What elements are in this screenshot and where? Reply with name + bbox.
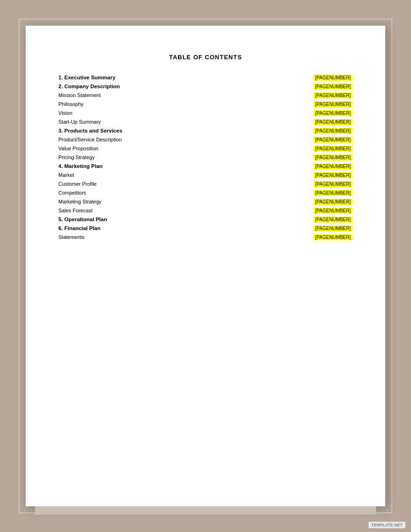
toc-row: Philosophy[PAGENUMBER] bbox=[58, 101, 353, 107]
toc-dots bbox=[186, 123, 311, 124]
toc-page-number: [PAGENUMBER] bbox=[313, 137, 353, 143]
toc-item-label: 5. Operational Plan bbox=[58, 217, 184, 222]
toc-item-label: Philosophy bbox=[58, 101, 184, 107]
toc-dots bbox=[186, 79, 311, 79]
toc-dots bbox=[186, 150, 311, 150]
toc-item-label: Marketing Strategy bbox=[58, 199, 184, 204]
toc-item-label: Value Proposition bbox=[58, 146, 184, 151]
toc-page-number: [PAGENUMBER] bbox=[313, 128, 353, 134]
toc-dots bbox=[186, 194, 311, 195]
toc-item-label: 3. Products and Services bbox=[58, 128, 184, 133]
toc-dots bbox=[186, 105, 311, 106]
page-bottom-shadow bbox=[35, 506, 376, 515]
document-page: TABLE OF CONTENTS 1. Executive Summary[P… bbox=[26, 26, 385, 506]
toc-dots bbox=[186, 221, 311, 221]
toc-page-number: [PAGENUMBER] bbox=[313, 181, 353, 187]
toc-item-label: Pricing Strategy bbox=[58, 154, 184, 160]
toc-page-number: [PAGENUMBER] bbox=[313, 110, 353, 116]
toc-row: Mission Statement[PAGENUMBER] bbox=[58, 92, 353, 98]
toc-row: Product/Service Description[PAGENUMBER] bbox=[58, 137, 353, 143]
toc-row: 1. Executive Summary[PAGENUMBER] bbox=[58, 75, 353, 81]
toc-row: 2. Company Description[PAGENUMBER] bbox=[58, 84, 353, 90]
toc-row: Marketing Strategy[PAGENUMBER] bbox=[58, 199, 353, 205]
toc-row: Sales Forecast[PAGENUMBER] bbox=[58, 208, 353, 214]
toc-page-number: [PAGENUMBER] bbox=[313, 172, 353, 178]
toc-dots bbox=[186, 238, 311, 239]
toc-item-label: Product/Service Description bbox=[58, 137, 184, 142]
toc-row: Market[PAGENUMBER] bbox=[58, 172, 353, 178]
toc-row: Vision[PAGENUMBER] bbox=[58, 110, 353, 116]
toc-dots bbox=[186, 141, 311, 141]
toc-dots bbox=[186, 97, 311, 97]
toc-dots bbox=[186, 230, 311, 230]
page-content: TABLE OF CONTENTS 1. Executive Summary[P… bbox=[26, 26, 385, 506]
toc-dots bbox=[186, 176, 311, 177]
toc-dots bbox=[186, 212, 311, 212]
toc-item-label: Market bbox=[58, 172, 184, 178]
toc-row: Value Proposition[PAGENUMBER] bbox=[58, 146, 353, 152]
toc-item-label: Statements bbox=[58, 234, 184, 240]
toc-page-number: [PAGENUMBER] bbox=[313, 217, 353, 223]
toc-page-number: [PAGENUMBER] bbox=[313, 154, 353, 161]
toc-page-number: [PAGENUMBER] bbox=[313, 75, 353, 81]
toc-dots bbox=[186, 114, 311, 115]
toc-row: Statements[PAGENUMBER] bbox=[58, 234, 353, 240]
toc-page-number: [PAGENUMBER] bbox=[313, 208, 353, 214]
toc-row: Pricing Strategy[PAGENUMBER] bbox=[58, 154, 353, 161]
toc-page-number: [PAGENUMBER] bbox=[313, 84, 353, 90]
toc-page-number: [PAGENUMBER] bbox=[313, 101, 353, 107]
toc-row: 3. Products and Services[PAGENUMBER] bbox=[58, 128, 353, 134]
toc-page-number: [PAGENUMBER] bbox=[313, 163, 353, 169]
toc-dots bbox=[186, 168, 311, 168]
toc-page-number: [PAGENUMBER] bbox=[313, 92, 353, 98]
toc-item-label: Competitors bbox=[58, 190, 184, 196]
watermark-label: TEMPLATE.NET bbox=[368, 522, 405, 528]
toc-row: 5. Operational Plan[PAGENUMBER] bbox=[58, 217, 353, 223]
toc-dots bbox=[186, 88, 311, 88]
toc-dots bbox=[186, 185, 311, 186]
toc-row: Competitors[PAGENUMBER] bbox=[58, 190, 353, 196]
toc-item-label: 4. Marketing Plan bbox=[58, 163, 184, 169]
toc-dots bbox=[186, 159, 311, 159]
toc-page-number: [PAGENUMBER] bbox=[313, 199, 353, 205]
toc-container: 1. Executive Summary[PAGENUMBER]2. Compa… bbox=[58, 75, 353, 240]
toc-item-label: Customer Profile bbox=[58, 181, 184, 187]
toc-dots bbox=[186, 203, 311, 203]
toc-item-label: 6. Financial Plan bbox=[58, 225, 184, 231]
toc-row: 4. Marketing Plan[PAGENUMBER] bbox=[58, 163, 353, 169]
toc-dots bbox=[186, 132, 311, 133]
toc-item-label: Sales Forecast bbox=[58, 208, 184, 213]
toc-row: Start-Up Summary[PAGENUMBER] bbox=[58, 119, 353, 125]
toc-item-label: Start-Up Summary bbox=[58, 119, 184, 125]
toc-item-label: Vision bbox=[58, 110, 184, 116]
toc-title: TABLE OF CONTENTS bbox=[58, 54, 353, 61]
toc-row: 6. Financial Plan[PAGENUMBER] bbox=[58, 225, 353, 231]
toc-page-number: [PAGENUMBER] bbox=[313, 119, 353, 125]
toc-item-label: 1. Executive Summary bbox=[58, 75, 184, 80]
toc-page-number: [PAGENUMBER] bbox=[313, 234, 353, 240]
toc-item-label: Mission Statement bbox=[58, 92, 184, 98]
toc-page-number: [PAGENUMBER] bbox=[313, 190, 353, 196]
toc-item-label: 2. Company Description bbox=[58, 84, 184, 89]
toc-page-number: [PAGENUMBER] bbox=[313, 225, 353, 231]
toc-page-number: [PAGENUMBER] bbox=[313, 146, 353, 152]
toc-row: Customer Profile[PAGENUMBER] bbox=[58, 181, 353, 187]
